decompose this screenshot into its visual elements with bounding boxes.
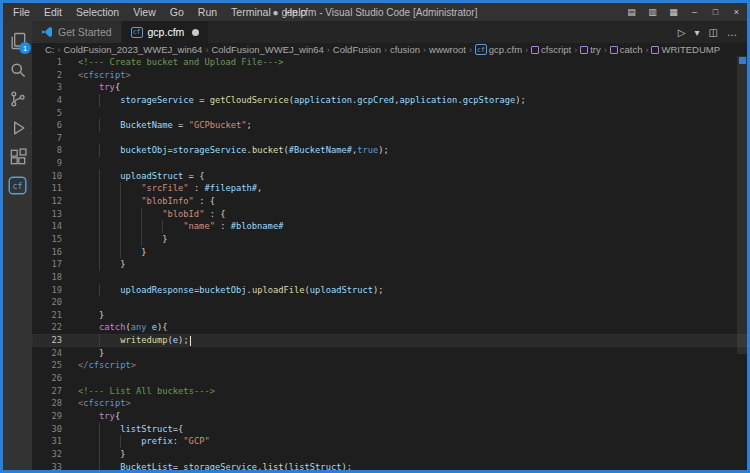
menu-help[interactable]: Help [278,3,314,21]
line-number[interactable]: 21 [32,309,78,322]
code-line[interactable]: 26 [32,372,747,385]
code-line[interactable]: 32} [32,448,747,461]
source-control-icon[interactable] [3,84,32,113]
breadcrumb-item[interactable]: C: [45,44,55,55]
search-icon[interactable] [3,55,32,84]
line-number[interactable]: 8 [32,144,78,157]
line-number[interactable]: 7 [32,132,78,145]
code-line[interactable]: 31prefix: "GCP" [32,435,747,448]
line-number[interactable]: 19 [32,284,78,297]
line-number[interactable]: 18 [32,271,78,284]
line-number[interactable]: 2 [32,69,78,82]
menu-selection[interactable]: Selection [69,3,126,21]
code-line[interactable]: 17} [32,258,747,271]
toggle-sidebar-icon[interactable]: ▤ [621,3,642,21]
menu-terminal[interactable]: Terminal [224,3,278,21]
line-number[interactable]: 10 [32,170,78,183]
code-line[interactable]: 27<!--- List All buckets---> [32,385,747,398]
line-number[interactable]: 32 [32,448,78,461]
code-line[interactable]: 20 [32,296,747,309]
code-line[interactable]: 23writedump(e); [32,334,747,347]
line-number[interactable]: 12 [32,195,78,208]
code-line[interactable]: 6BucketName = "GCPbucket"; [32,119,747,132]
code-line[interactable]: 25</cfscript> [32,359,747,372]
line-number[interactable]: 6 [32,119,78,132]
line-number[interactable]: 9 [32,157,78,170]
line-number[interactable]: 17 [32,258,78,271]
line-number[interactable]: 16 [32,246,78,259]
menu-view[interactable]: View [126,3,163,21]
line-number[interactable]: 24 [32,347,78,360]
line-number[interactable]: 30 [32,423,78,436]
breadcrumb-item[interactable]: catch [610,44,643,55]
code-line[interactable]: 28<cfscript> [32,397,747,410]
toggle-panel-icon[interactable]: ▥ [642,3,663,21]
code-line[interactable]: 33BucketList= storageService.list(listSt… [32,461,747,471]
code-line[interactable]: 15} [32,233,747,246]
code-line[interactable]: 11"srcFile" : #filepath#, [32,182,747,195]
line-number[interactable]: 26 [32,372,78,385]
menu-file[interactable]: File [6,3,37,21]
line-number[interactable]: 11 [32,182,78,195]
minimize-button[interactable]: – [684,3,705,21]
code-line[interactable]: 3try{ [32,81,747,94]
customize-layout-icon[interactable]: ▦ [663,3,684,21]
explorer-icon[interactable]: 1 [3,26,32,55]
line-number[interactable]: 4 [32,94,78,107]
code-line[interactable]: 10uploadStruct = { [32,170,747,183]
line-number[interactable]: 15 [32,233,78,246]
line-number[interactable]: 25 [32,359,78,372]
line-number[interactable]: 31 [32,435,78,448]
line-number[interactable]: 14 [32,220,78,233]
code-line[interactable]: 13"blobId" : { [32,208,747,221]
breadcrumb-item[interactable]: cfgcp.cfm [475,44,522,55]
code-line[interactable]: 4storageService = getCloudService(applic… [32,94,747,107]
menu-go[interactable]: Go [163,3,191,21]
breadcrumb-item[interactable]: ColdFusion_WWEJ_win64 [211,44,323,55]
code-line[interactable]: 5 [32,107,747,120]
more-actions-icon[interactable]: … [727,27,737,38]
chevron-down-icon[interactable]: ▾ [695,27,700,38]
close-button[interactable]: × [726,3,747,21]
code-line[interactable]: 19uploadResponse=bucketObj.uploadFile(up… [32,284,747,297]
code-line[interactable]: 8bucketObj=storageService.bucket(#Bucket… [32,144,747,157]
code-line[interactable]: 30listStruct={ [32,423,747,436]
line-number[interactable]: 29 [32,410,78,423]
run-debug-icon[interactable] [3,113,32,142]
line-number[interactable]: 5 [32,107,78,120]
line-number[interactable]: 3 [32,81,78,94]
coldfusion-icon[interactable]: cf [3,171,32,200]
scrollbar[interactable] [737,56,747,470]
code-line[interactable]: 12"blobInfo" : { [32,195,747,208]
extensions-icon[interactable] [3,142,32,171]
code-line[interactable]: 29try{ [32,410,747,423]
line-number[interactable]: 1 [32,56,78,69]
breadcrumb-item[interactable]: WRITEDUMP [651,44,720,55]
menu-run[interactable]: Run [191,3,224,21]
scrollbar-slider[interactable] [737,56,747,354]
code-line[interactable]: 14"name" : #blobname# [32,220,747,233]
run-code-icon[interactable]: ▷ [678,27,686,38]
code-line[interactable]: 7 [32,132,747,145]
code-line[interactable]: 22catch(any e){ [32,321,747,334]
tab-gcp-cfm[interactable]: cf gcp.cfm [122,21,209,43]
title-bar[interactable]: FileEditSelectionViewGoRunTerminalHelp ●… [3,3,747,21]
breadcrumb-item[interactable]: cfusion [390,44,420,55]
line-number[interactable]: 33 [32,461,78,471]
code-line[interactable]: 9 [32,157,747,170]
line-number[interactable]: 28 [32,397,78,410]
code-line[interactable]: 24} [32,347,747,360]
code-line[interactable]: 18 [32,271,747,284]
code-line[interactable]: 16} [32,246,747,259]
breadcrumb-item[interactable]: ColdFusion_2023_WWEJ_win64 [64,44,203,55]
maximize-button[interactable]: □ [705,3,726,21]
line-number[interactable]: 13 [32,208,78,221]
line-number[interactable]: 23 [32,334,78,347]
breadcrumb-item[interactable]: try [580,44,601,55]
menu-edit[interactable]: Edit [37,3,69,21]
line-number[interactable]: 20 [32,296,78,309]
breadcrumb-item[interactable]: cfscript [531,44,571,55]
line-number[interactable]: 27 [32,385,78,398]
breadcrumb-item[interactable]: wwwroot [429,44,466,55]
line-number[interactable]: 22 [32,321,78,334]
